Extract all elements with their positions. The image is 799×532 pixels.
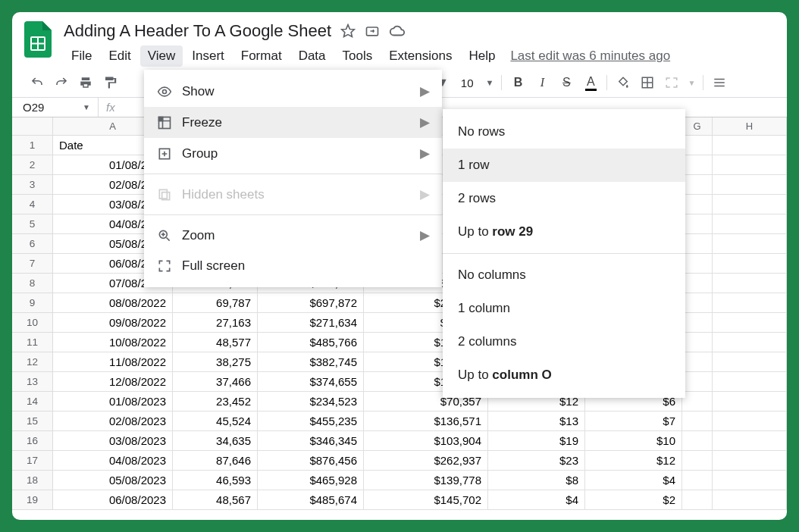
cell[interactable]: 48,567 xyxy=(173,490,258,510)
cell[interactable]: $23 xyxy=(488,451,585,471)
cell[interactable] xyxy=(682,392,713,412)
freeze-2-rows[interactable]: 2 rows xyxy=(443,182,685,215)
select-all-corner[interactable] xyxy=(12,117,53,136)
row-header[interactable]: 11 xyxy=(12,333,53,352)
cell[interactable]: $346,345 xyxy=(258,431,364,451)
cell[interactable] xyxy=(713,372,787,392)
redo-button[interactable] xyxy=(53,74,70,91)
cell[interactable] xyxy=(682,274,713,293)
row-header[interactable]: 13 xyxy=(12,372,53,392)
cell[interactable]: 08/08/2022 xyxy=(53,293,173,313)
move-to-folder-icon[interactable] xyxy=(365,23,380,39)
row-header[interactable]: 8 xyxy=(12,274,53,293)
cell[interactable]: 02/08/2023 xyxy=(53,412,173,431)
cell[interactable]: $876,456 xyxy=(258,451,364,471)
cell[interactable]: $8 xyxy=(488,471,585,490)
view-menu-show[interactable]: Show ▶ xyxy=(144,76,442,107)
cell[interactable] xyxy=(713,431,787,451)
cell[interactable] xyxy=(713,471,787,490)
menu-extensions[interactable]: Extensions xyxy=(381,45,459,67)
menu-file[interactable]: File xyxy=(64,45,99,67)
cell[interactable] xyxy=(682,136,713,155)
cell[interactable] xyxy=(713,412,787,431)
row-header[interactable]: 7 xyxy=(12,254,53,274)
font-size-value[interactable]: 10 xyxy=(461,77,474,89)
cell[interactable] xyxy=(713,274,787,293)
row-header[interactable]: 16 xyxy=(12,431,53,451)
cell[interactable]: 12/08/2022 xyxy=(53,372,173,392)
cell[interactable] xyxy=(682,352,713,372)
undo-button[interactable] xyxy=(29,74,45,91)
row-header[interactable]: 17 xyxy=(12,451,53,471)
row-header[interactable]: 3 xyxy=(12,175,53,195)
cell[interactable]: $136,571 xyxy=(364,412,488,431)
menu-edit[interactable]: Edit xyxy=(101,45,138,67)
cell[interactable]: $103,904 xyxy=(364,431,488,451)
cell[interactable]: $262,937 xyxy=(364,451,488,471)
view-menu-zoom[interactable]: Zoom ▶ xyxy=(144,220,442,251)
menu-view[interactable]: View xyxy=(140,45,183,67)
cell[interactable] xyxy=(713,490,787,510)
cell[interactable]: 03/08/2023 xyxy=(53,431,173,451)
document-title[interactable]: Adding A Header To A Google Sheet xyxy=(64,21,331,41)
cell[interactable] xyxy=(713,313,787,333)
cell[interactable]: 01/08/2023 xyxy=(53,392,173,412)
dropdown-caret-icon[interactable]: ▼ xyxy=(83,103,90,111)
cell[interactable]: 37,466 xyxy=(173,372,258,392)
row-header[interactable]: 18 xyxy=(12,471,53,490)
cell[interactable] xyxy=(682,234,713,254)
fill-color-button[interactable] xyxy=(615,74,631,91)
cell[interactable] xyxy=(713,392,787,412)
star-icon[interactable] xyxy=(340,23,356,39)
row-header[interactable]: 1 xyxy=(12,136,53,155)
cell[interactable] xyxy=(682,431,713,451)
cell[interactable] xyxy=(713,136,787,155)
cell[interactable]: $4 xyxy=(585,471,682,490)
bold-button[interactable]: B xyxy=(509,74,526,91)
cell[interactable] xyxy=(713,155,787,175)
cell[interactable]: 06/08/2023 xyxy=(53,490,173,510)
cell[interactable] xyxy=(682,490,713,510)
row-header[interactable]: 6 xyxy=(12,234,53,254)
view-menu-group[interactable]: Group ▶ xyxy=(144,138,442,169)
paint-format-button[interactable] xyxy=(102,74,118,91)
cell[interactable]: $4 xyxy=(488,490,585,510)
menu-help[interactable]: Help xyxy=(461,45,503,67)
column-header-G[interactable]: G xyxy=(682,117,713,136)
cell[interactable]: $19 xyxy=(488,431,585,451)
name-box[interactable]: O29 ▼ xyxy=(12,98,99,117)
cell[interactable] xyxy=(713,352,787,372)
cell[interactable] xyxy=(682,451,713,471)
freeze-1-row[interactable]: 1 row xyxy=(443,149,685,182)
menu-insert[interactable]: Insert xyxy=(184,45,232,67)
menu-format[interactable]: Format xyxy=(233,45,290,67)
freeze-2-columns[interactable]: 2 columns xyxy=(443,325,685,358)
merge-cells-button[interactable] xyxy=(663,74,680,91)
cell[interactable]: $234,523 xyxy=(258,392,364,412)
borders-button[interactable] xyxy=(639,74,656,91)
cell[interactable]: $697,872 xyxy=(258,293,364,313)
cell[interactable] xyxy=(682,155,713,175)
cell[interactable]: 46,593 xyxy=(173,471,258,490)
cell[interactable] xyxy=(713,175,787,195)
cell[interactable]: 27,163 xyxy=(173,313,258,333)
cloud-status-icon[interactable] xyxy=(389,23,406,39)
sheets-logo[interactable] xyxy=(23,20,53,59)
cell[interactable]: $139,778 xyxy=(364,471,488,490)
cell[interactable]: 45,524 xyxy=(173,412,258,431)
row-header[interactable]: 4 xyxy=(12,195,53,214)
cell[interactable] xyxy=(713,333,787,352)
view-menu-freeze[interactable]: Freeze ▶ xyxy=(144,107,442,138)
cell[interactable]: 34,635 xyxy=(173,431,258,451)
cell[interactable] xyxy=(682,175,713,195)
cell[interactable]: $12 xyxy=(585,451,682,471)
cell[interactable] xyxy=(682,195,713,214)
menu-tools[interactable]: Tools xyxy=(335,45,381,67)
cell[interactable]: 69,787 xyxy=(173,293,258,313)
row-header[interactable]: 5 xyxy=(12,214,53,234)
cell[interactable] xyxy=(713,234,787,254)
row-header[interactable]: 12 xyxy=(12,352,53,372)
dropdown-caret-icon[interactable]: ▼ xyxy=(486,78,494,87)
row-header[interactable]: 19 xyxy=(12,490,53,510)
freeze-no-rows[interactable]: No rows xyxy=(443,115,685,149)
